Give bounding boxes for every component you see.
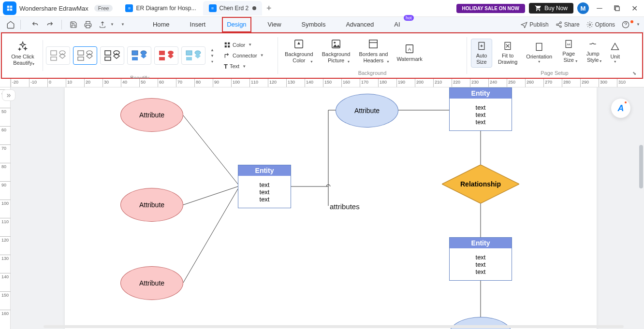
entity-shape[interactable]: Entity text text text bbox=[449, 237, 512, 281]
export-button[interactable] bbox=[97, 19, 108, 30]
page-size-button[interactable]: A4 Page Size ▼ bbox=[558, 37, 579, 70]
buy-label: Buy Now bbox=[544, 5, 568, 12]
attributes-label[interactable]: attributes bbox=[330, 202, 360, 211]
buy-button[interactable]: Buy Now bbox=[529, 3, 573, 14]
app-title: Wondershare EdrawMax bbox=[19, 5, 88, 12]
watermark-button[interactable]: A Watermark bbox=[394, 42, 425, 64]
file-tab-label: Chen Erd 2 bbox=[220, 5, 249, 12]
svg-point-5 bbox=[589, 24, 591, 26]
theme-up-button[interactable]: ▲ bbox=[209, 47, 215, 52]
entity-shape[interactable]: Entity text text text bbox=[449, 87, 512, 131]
new-tab-button[interactable]: + bbox=[263, 2, 275, 14]
relationship-shape[interactable]: Relationship bbox=[442, 165, 519, 203]
hot-badge: hot bbox=[404, 15, 414, 21]
notification-dot-icon bbox=[630, 20, 633, 23]
attribute-shape[interactable]: Attribute bbox=[120, 188, 183, 222]
print-button[interactable] bbox=[82, 19, 94, 30]
svg-rect-28 bbox=[228, 45, 230, 47]
svg-rect-27 bbox=[225, 45, 227, 47]
attribute-shape[interactable]: Attribute bbox=[336, 94, 398, 128]
color-dropdown[interactable]: Color▼ bbox=[222, 41, 266, 49]
vertical-scrollbar[interactable] bbox=[639, 145, 643, 188]
ai-assistant-button[interactable]: A bbox=[611, 99, 630, 118]
undo-button[interactable] bbox=[29, 19, 41, 30]
tab-view[interactable]: View bbox=[264, 17, 285, 32]
help-button[interactable]: ▼ bbox=[622, 21, 640, 29]
theme-card-1[interactable] bbox=[46, 46, 70, 65]
publish-button[interactable]: Publish bbox=[521, 21, 548, 28]
tab-ai[interactable]: AI hot bbox=[390, 17, 404, 32]
svg-rect-16 bbox=[132, 51, 138, 55]
theme-card-2[interactable] bbox=[73, 46, 97, 65]
tab-symbols[interactable]: Symbols bbox=[298, 17, 330, 32]
user-avatar[interactable]: M bbox=[577, 2, 589, 14]
page-setup-group-label: Page Setup ⬊ bbox=[471, 70, 638, 77]
close-button[interactable]: ✕ bbox=[628, 1, 641, 15]
page-setup-launcher-icon[interactable]: ⬊ bbox=[632, 71, 636, 76]
svg-rect-10 bbox=[78, 51, 84, 55]
svg-rect-9 bbox=[51, 57, 57, 60]
borders-headers-button[interactable]: Borders and Headers ▼ bbox=[356, 37, 391, 70]
document-icon: ≡ bbox=[125, 4, 133, 12]
share-button[interactable]: Share bbox=[556, 21, 580, 28]
one-click-beautify-button[interactable]: One Click Beautify ▼ bbox=[6, 39, 40, 72]
connector-dropdown[interactable]: Connector▼ bbox=[222, 51, 266, 60]
save-button[interactable] bbox=[68, 19, 79, 30]
theme-card-5[interactable] bbox=[154, 46, 178, 65]
collapse-sidebar-button[interactable]: » bbox=[2, 89, 15, 101]
svg-rect-37 bbox=[536, 43, 542, 51]
svg-text:A: A bbox=[408, 47, 411, 52]
horizontal-scrollbar[interactable] bbox=[44, 325, 624, 328]
svg-point-8 bbox=[59, 51, 65, 55]
orientation-button[interactable]: Orientation ▼ bbox=[523, 40, 555, 66]
svg-rect-12 bbox=[78, 57, 84, 60]
home-icon[interactable] bbox=[4, 18, 17, 31]
theme-card-6[interactable] bbox=[181, 46, 205, 65]
tab-design[interactable]: Design bbox=[222, 17, 251, 32]
options-button[interactable]: Options bbox=[586, 21, 615, 28]
background-picture-button[interactable]: Background Picture ▼ bbox=[319, 37, 353, 70]
canvas[interactable]: Attribute Attribute Attribute Entity tex… bbox=[11, 87, 644, 329]
svg-line-42 bbox=[183, 189, 238, 283]
ruler-horizontal: -20-100102030405060708090100110120130140… bbox=[11, 79, 644, 87]
jump-style-button[interactable]: Jump Style ▼ bbox=[582, 37, 603, 70]
watermark-icon: A bbox=[404, 43, 415, 54]
svg-rect-25 bbox=[225, 42, 227, 44]
auto-size-button[interactable]: Auto Size bbox=[471, 39, 492, 68]
text-dropdown[interactable]: T Text▼ bbox=[222, 62, 266, 71]
more-qat-button[interactable]: ▼ bbox=[117, 19, 129, 30]
text-icon: T bbox=[224, 63, 228, 70]
borders-icon bbox=[368, 39, 379, 49]
tab-advanced[interactable]: Advanced bbox=[342, 17, 378, 32]
svg-rect-13 bbox=[105, 51, 111, 55]
minimize-button[interactable]: ─ bbox=[593, 1, 606, 15]
background-color-button[interactable]: Background Color ▼ bbox=[282, 37, 316, 70]
menu-bar: ▼ ▼ Home Insert Design View Symbols Adva… bbox=[0, 17, 644, 32]
sale-button[interactable]: HOLIDAY SALE ON NOW bbox=[456, 4, 525, 13]
fit-to-drawing-button[interactable]: Fit to Drawing bbox=[495, 39, 520, 67]
publish-icon bbox=[521, 21, 527, 28]
app-logo-icon bbox=[3, 1, 16, 15]
svg-rect-22 bbox=[186, 51, 192, 55]
file-tab-0[interactable]: ≡ ER Diagram for Hosp... bbox=[119, 1, 202, 15]
share-icon bbox=[556, 21, 562, 28]
redo-button[interactable] bbox=[44, 19, 56, 30]
theme-down-button[interactable]: ▼ bbox=[209, 53, 215, 58]
tab-home[interactable]: Home bbox=[149, 17, 174, 32]
theme-card-4[interactable] bbox=[127, 46, 151, 65]
tab-insert[interactable]: Insert bbox=[186, 17, 210, 32]
unit-button[interactable]: Unit ▼ bbox=[606, 40, 624, 66]
attribute-shape[interactable]: Attribute bbox=[120, 98, 183, 132]
ribbon-design: One Click Beautify ▼ ▲ ▼ ▾ bbox=[1, 32, 643, 79]
drawing-page[interactable]: Attribute Attribute Attribute Entity tex… bbox=[65, 87, 597, 329]
document-icon: ≡ bbox=[209, 4, 217, 12]
attribute-shape[interactable]: Attribute bbox=[120, 266, 183, 300]
theme-card-3[interactable] bbox=[100, 46, 124, 65]
theme-more-button[interactable]: ▾ bbox=[209, 59, 215, 64]
bg-picture-icon bbox=[331, 39, 341, 49]
maximize-button[interactable] bbox=[610, 1, 624, 15]
file-tab-1[interactable]: ≡ Chen Erd 2 bbox=[203, 1, 263, 15]
free-badge: Free bbox=[94, 5, 113, 12]
entity-shape[interactable]: Entity text text text bbox=[238, 165, 291, 208]
svg-rect-18 bbox=[132, 57, 138, 60]
